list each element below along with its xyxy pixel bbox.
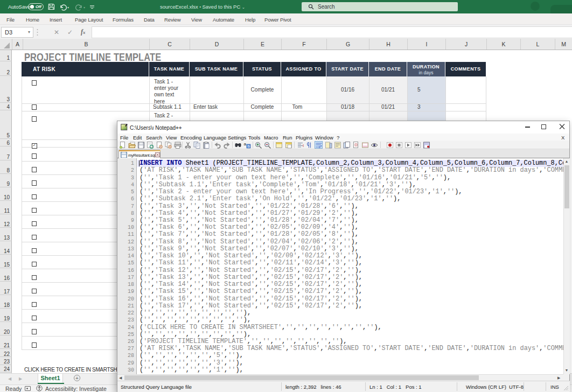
svg-text:b: b <box>248 144 250 149</box>
svg-text:a: a <box>244 142 247 146</box>
